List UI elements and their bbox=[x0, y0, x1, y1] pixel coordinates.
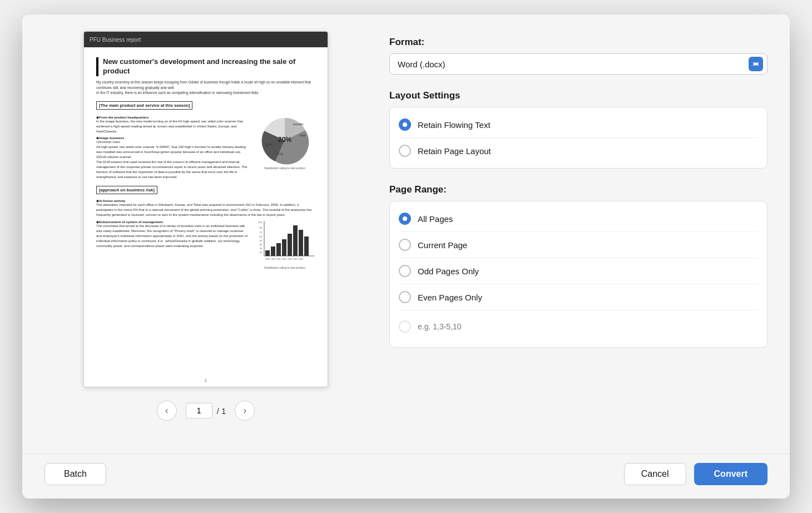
current-page-label: Current Page bbox=[418, 240, 467, 250]
layout-settings-box: Retain Flowing Text Retain Page Layout bbox=[389, 107, 768, 169]
all-pages-row[interactable]: All Pages bbox=[399, 206, 758, 231]
page-range-section: Page Range: All Pages Current Page Odd P… bbox=[389, 184, 768, 348]
section1-heading: [The main product and service at this se… bbox=[96, 101, 192, 110]
page-range-label: Page Range: bbox=[389, 184, 768, 195]
retain-flowing-text-row[interactable]: Retain Flowing Text bbox=[399, 112, 758, 137]
bullet1-label: ◆From the product headquarters bbox=[96, 115, 250, 119]
section2-heading: [approach on business risk] bbox=[96, 186, 157, 194]
footer-right: Cancel Convert bbox=[624, 463, 768, 485]
svg-text:47%: 47% bbox=[276, 152, 284, 156]
dialog-footer: Batch Cancel Convert bbox=[22, 453, 790, 499]
retain-flowing-text-radio[interactable] bbox=[399, 119, 411, 131]
layout-settings-section: Layout Settings Retain Flowing Text Reta… bbox=[389, 90, 768, 169]
svg-text:26%: 26% bbox=[265, 143, 273, 146]
odd-pages-row[interactable]: Odd Pages Only bbox=[399, 258, 758, 284]
svg-rect-19 bbox=[288, 234, 292, 256]
svg-text:2004: 2004 bbox=[299, 258, 303, 260]
left-panel: PFU Business report New customer's devel… bbox=[44, 31, 367, 442]
even-pages-label: Even Pages Only bbox=[418, 293, 482, 302]
even-pages-row[interactable]: Even Pages Only bbox=[399, 284, 758, 310]
next-icon: › bbox=[244, 406, 246, 416]
svg-text:20%: 20% bbox=[278, 136, 291, 144]
page-of-label: / 1 bbox=[217, 406, 226, 416]
page-number-input[interactable] bbox=[186, 403, 212, 418]
retain-page-layout-label: Retain Page Layout bbox=[418, 146, 491, 156]
all-pages-label: All Pages bbox=[418, 214, 453, 224]
custom-range-radio[interactable] bbox=[399, 320, 411, 333]
format-select-wrapper: Word (.docx) Excel (.xlsx) PowerPoint (.… bbox=[389, 53, 768, 75]
bullet2-label: ◆Image business bbox=[96, 136, 250, 140]
prev-icon: ‹ bbox=[165, 406, 168, 416]
even-pages-radio[interactable] bbox=[399, 291, 411, 303]
svg-text:1998: 1998 bbox=[265, 258, 270, 260]
page-input-wrap: / 1 bbox=[186, 403, 226, 418]
svg-text:bad: bad bbox=[300, 134, 305, 137]
svg-text:20: 20 bbox=[260, 251, 263, 254]
svg-text:100: 100 bbox=[258, 221, 262, 224]
preview-intro: My country economy at this season keeps … bbox=[96, 80, 315, 96]
bullet1-text: In the image business, the new model tur… bbox=[96, 119, 250, 134]
all-pages-radio[interactable] bbox=[399, 213, 411, 225]
next-page-button[interactable]: › bbox=[235, 401, 255, 421]
odd-pages-radio[interactable] bbox=[399, 265, 411, 277]
main-dialog: PFU Business report New customer's devel… bbox=[22, 14, 790, 499]
svg-rect-22 bbox=[304, 236, 309, 256]
svg-rect-15 bbox=[265, 250, 270, 256]
preview-title: New customer's development and increasin… bbox=[96, 57, 315, 76]
format-section: Format: Word (.docx) Excel (.xlsx) Power… bbox=[389, 37, 768, 75]
batch-button[interactable]: Batch bbox=[44, 463, 106, 485]
prev-page-button[interactable]: ‹ bbox=[157, 401, 177, 421]
retain-page-layout-radio[interactable] bbox=[399, 145, 411, 157]
page-navigation: ‹ / 1 › bbox=[157, 401, 255, 421]
svg-rect-17 bbox=[276, 243, 281, 256]
svg-text:usually: usually bbox=[293, 122, 304, 126]
retain-page-layout-row[interactable]: Retain Page Layout bbox=[399, 137, 758, 164]
current-page-row[interactable]: Current Page bbox=[399, 231, 758, 258]
page-number-preview: 1 bbox=[205, 378, 207, 382]
format-select[interactable]: Word (.docx) Excel (.xlsx) PowerPoint (.… bbox=[389, 53, 768, 75]
bar-chart: 100 90 70 60 50 40 30 20 bbox=[254, 220, 315, 264]
svg-text:1999: 1999 bbox=[271, 258, 275, 260]
svg-text:30: 30 bbox=[260, 247, 263, 250]
bullet3-text: The attestation intended for each office… bbox=[96, 203, 315, 218]
svg-text:60: 60 bbox=[260, 235, 263, 238]
pie-chart: 20% usually bad 47% 26% bbox=[260, 115, 310, 165]
format-label: Format: bbox=[389, 37, 768, 48]
svg-rect-21 bbox=[299, 230, 303, 256]
bullet2-subtext: 1)Scanner classA3 high-speed, two sided … bbox=[96, 140, 250, 180]
svg-text:50: 50 bbox=[260, 239, 263, 242]
svg-text:40: 40 bbox=[260, 243, 263, 246]
page-range-box: All Pages Current Page Odd Pages Only Ev… bbox=[389, 201, 768, 348]
svg-text:2002: 2002 bbox=[288, 258, 292, 260]
page-content: New customer's development and increasin… bbox=[84, 47, 328, 387]
page-preview: PFU Business report New customer's devel… bbox=[83, 31, 328, 387]
convert-button[interactable]: Convert bbox=[694, 463, 768, 485]
bullet3-label: ◆In-house activity bbox=[96, 199, 315, 203]
preview-header-text: PFU Business report bbox=[90, 37, 141, 43]
preview-header: PFU Business report bbox=[84, 32, 328, 47]
svg-text:2000: 2000 bbox=[276, 258, 281, 260]
svg-text:2001: 2001 bbox=[282, 258, 286, 260]
custom-range-input[interactable] bbox=[418, 317, 758, 336]
pie-label: Satisfaction rating to new product bbox=[254, 166, 315, 170]
custom-range-row[interactable] bbox=[399, 310, 758, 343]
layout-settings-label: Layout Settings bbox=[389, 90, 768, 101]
svg-text:90: 90 bbox=[260, 226, 263, 229]
current-page-radio[interactable] bbox=[399, 239, 411, 251]
svg-rect-16 bbox=[271, 246, 275, 256]
bar-chart-label: Satisfaction rating to new product bbox=[254, 266, 315, 269]
right-panel: Format: Word (.docx) Excel (.xlsx) Power… bbox=[389, 31, 768, 442]
svg-text:2003: 2003 bbox=[293, 258, 298, 260]
cancel-button[interactable]: Cancel bbox=[624, 463, 686, 485]
bullet4-text: The committee that aimed at the decrease… bbox=[96, 224, 250, 249]
svg-rect-18 bbox=[282, 239, 286, 256]
svg-text:70: 70 bbox=[260, 231, 263, 234]
svg-rect-20 bbox=[293, 225, 298, 256]
retain-flowing-text-label: Retain Flowing Text bbox=[418, 120, 491, 130]
odd-pages-label: Odd Pages Only bbox=[418, 267, 479, 276]
section3-heading: ◆Enhancement of system of management bbox=[96, 220, 250, 224]
